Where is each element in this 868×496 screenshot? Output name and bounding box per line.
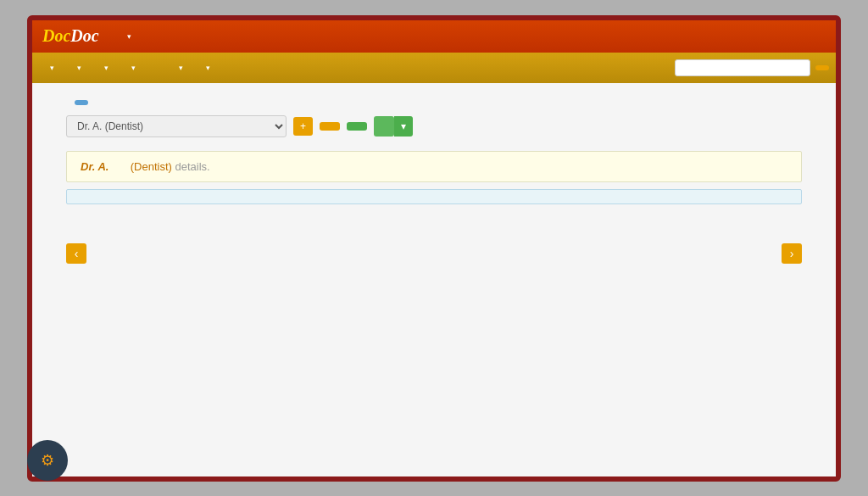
schedule-table — [90, 218, 778, 221]
onethread-icon: ⚙ — [41, 451, 54, 470]
nav-stocks[interactable]: ▾ — [120, 60, 144, 75]
app-logo: DocDoc — [42, 26, 99, 46]
view-button[interactable] — [815, 65, 829, 70]
location-header — [90, 218, 176, 221]
doctor-info-panel: Dr. A. (Dentist) details. — [66, 151, 802, 182]
search-input[interactable] — [675, 59, 810, 76]
hospital-entity-menu[interactable]: ▾ — [125, 32, 131, 41]
chevron-down-icon: ▾ — [131, 64, 136, 72]
nav-reports[interactable]: ▾ — [168, 60, 192, 75]
secondary-navigation: ▾ ▾ ▾ ▾ ▾ ▾ — [32, 53, 836, 83]
doctor-select-arrow[interactable]: + — [293, 117, 313, 136]
chevron-down-icon: ▾ — [104, 64, 108, 72]
top-navigation: DocDoc ▾ — [32, 20, 836, 53]
day-header-monday — [520, 218, 607, 221]
nav-patient[interactable]: ▾ — [93, 60, 117, 75]
nav-my-hospital[interactable]: ▾ — [39, 60, 63, 75]
new-appointment-button[interactable] — [374, 116, 394, 137]
schedule-container: ‹ — [66, 218, 802, 264]
search-area — [675, 59, 829, 76]
doctor-info-text: Dr. A. (Dentist) details. — [81, 160, 210, 173]
onethread-logo: ⚙ — [27, 440, 68, 481]
chevron-down-icon: ▾ — [179, 64, 183, 72]
nav-prms[interactable]: ▾ — [195, 60, 219, 75]
next-week-button[interactable]: › — [782, 243, 802, 264]
main-content: Dr. A. (Dentist) + ▾ Dr. A. (Dentist) de… — [32, 83, 836, 476]
chevron-down-icon: ▾ — [206, 64, 210, 72]
nav-doctor[interactable]: ▾ — [66, 60, 90, 75]
day-header-wednesday — [693, 218, 779, 221]
day-header-thursday — [176, 218, 263, 221]
day-header-saturday — [348, 218, 435, 221]
day-header-tuesday — [606, 218, 693, 221]
chevron-down-icon: ▾ — [50, 64, 54, 72]
new-appointment-group: ▾ — [374, 116, 413, 137]
day-header-sunday — [434, 218, 520, 221]
pending-button[interactable] — [320, 122, 340, 131]
day-header-friday — [262, 218, 348, 221]
new-appointment-dropdown[interactable]: ▾ — [394, 116, 413, 137]
prev-week-button[interactable]: ‹ — [66, 243, 86, 264]
confirmed-button[interactable] — [347, 122, 367, 131]
doctor-select-row: Dr. A. (Dentist) + ▾ — [66, 115, 802, 137]
chevron-down-icon: ▾ — [77, 64, 81, 72]
nav-accounts[interactable] — [147, 64, 164, 71]
availability-panel — [66, 189, 802, 204]
chevron-down-icon: ▾ — [127, 32, 131, 41]
doctor-select[interactable]: Dr. A. (Dentist) — [66, 115, 287, 137]
show-all-doctors-button[interactable] — [75, 100, 88, 105]
appointment-control-header — [66, 100, 802, 105]
